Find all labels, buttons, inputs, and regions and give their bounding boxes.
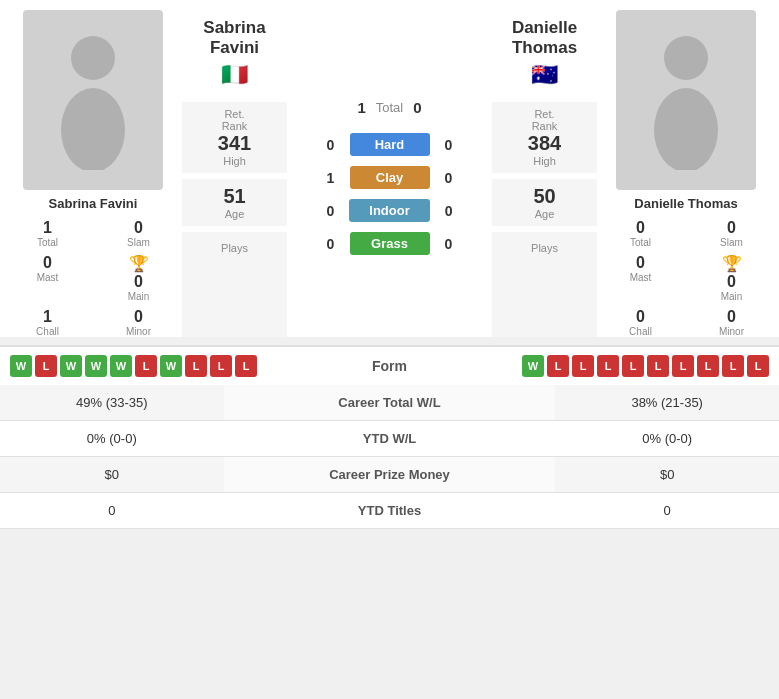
right-age-value: 50: [498, 185, 591, 208]
grass-row: 0 Grass 0: [291, 227, 488, 260]
left-form-2: L: [35, 355, 57, 377]
left-chall-stat: 1 Chall: [8, 308, 87, 337]
left-career-total: 49% (33-35): [0, 385, 224, 421]
left-player-stats: 1 Total 0 Slam 0 Mast 🏆 0 Main 1: [8, 219, 178, 337]
indoor-right: 0: [440, 203, 458, 219]
left-ytd-titles: 0: [0, 493, 224, 529]
indoor-row: 0 Indoor 0: [291, 194, 488, 227]
ytd-wl-row: 0% (0-0) YTD W/L 0% (0-0): [0, 421, 779, 457]
right-high-label: High: [498, 155, 591, 167]
right-slam-stat: 0 Slam: [692, 219, 771, 248]
right-player-name-flag: Danielle Thomas 🇦🇺: [492, 10, 597, 96]
svg-point-0: [71, 36, 115, 80]
right-form-9: L: [722, 355, 744, 377]
right-form-3: L: [572, 355, 594, 377]
left-rank-value: 341: [188, 132, 281, 155]
right-main-stat: 🏆 0 Main: [692, 254, 771, 302]
total-left-score: 1: [357, 99, 365, 116]
right-mast-stat: 0 Mast: [601, 254, 680, 302]
grass-left: 0: [322, 236, 340, 252]
prize-money-row: $0 Career Prize Money $0: [0, 457, 779, 493]
left-form-9: L: [210, 355, 232, 377]
right-rank-box: Ret. Rank 384 High: [492, 102, 597, 173]
left-age-value: 51: [188, 185, 281, 208]
right-plays-label: Plays: [498, 242, 591, 254]
left-player-name: Sabrina Favini: [49, 196, 138, 211]
left-name-header: Sabrina Favini: [190, 18, 279, 58]
left-form-3: W: [60, 355, 82, 377]
form-label: Form: [372, 358, 407, 374]
hard-row: 0 Hard 0: [291, 128, 488, 161]
left-trophy-icon: 🏆: [129, 254, 149, 273]
left-total-stat: 1 Total: [8, 219, 87, 248]
right-player-card: Danielle Thomas 0 Total 0 Slam 0 Mast 🏆 …: [601, 10, 771, 337]
ytd-wl-label: YTD W/L: [224, 421, 556, 457]
right-age-label: Age: [498, 208, 591, 220]
career-total-label: Career Total W/L: [224, 385, 556, 421]
right-player-avatar: [616, 10, 756, 190]
player-comparison-top: Sabrina Favini 1 Total 0 Slam 0 Mast 🏆 0: [0, 0, 779, 337]
left-plays-box: Plays: [182, 232, 287, 337]
left-ret-label: Ret.: [188, 108, 281, 120]
svg-point-2: [664, 36, 708, 80]
clay-row: 1 Clay 0: [291, 161, 488, 194]
right-player-stats: 0 Total 0 Slam 0 Mast 🏆 0 Main 0: [601, 219, 771, 337]
right-career-total: 38% (21-35): [555, 385, 779, 421]
left-form-5: W: [110, 355, 132, 377]
main-container: Sabrina Favini 1 Total 0 Slam 0 Mast 🏆 0: [0, 0, 779, 529]
right-plays-box: Plays: [492, 232, 597, 337]
left-form-4: W: [85, 355, 107, 377]
right-flag: 🇦🇺: [500, 62, 589, 88]
left-age-box: 51 Age: [182, 179, 287, 226]
left-minor-stat: 0 Minor: [99, 308, 178, 337]
hard-badge: Hard: [350, 133, 430, 156]
right-ret-label: Ret.: [498, 108, 591, 120]
total-right-score: 0: [413, 99, 421, 116]
clay-right: 0: [440, 170, 458, 186]
indoor-left: 0: [321, 203, 339, 219]
total-row: 1 Total 0: [291, 87, 488, 128]
right-player-name: Danielle Thomas: [634, 196, 737, 211]
grass-badge: Grass: [350, 232, 430, 255]
right-form-10: L: [747, 355, 769, 377]
svg-point-3: [654, 88, 718, 170]
right-form-6: L: [647, 355, 669, 377]
left-rank-box: Ret. Rank 341 High: [182, 102, 287, 173]
right-ytd-titles: 0: [555, 493, 779, 529]
career-total-row: 49% (33-35) Career Total W/L 38% (21-35): [0, 385, 779, 421]
left-high-label: High: [188, 155, 281, 167]
right-chall-stat: 0 Chall: [601, 308, 680, 337]
left-player-avatar: [23, 10, 163, 190]
hard-right: 0: [440, 137, 458, 153]
ytd-titles-label: YTD Titles: [224, 493, 556, 529]
clay-badge: Clay: [350, 166, 430, 189]
ytd-titles-row: 0 YTD Titles 0: [0, 493, 779, 529]
left-age-label: Age: [188, 208, 281, 220]
left-rank-label: Rank: [188, 120, 281, 132]
indoor-badge: Indoor: [349, 199, 429, 222]
right-form-2: L: [547, 355, 569, 377]
right-total-stat: 0 Total: [601, 219, 680, 248]
left-player-name-flag: Sabrina Favini 🇮🇹: [182, 10, 287, 96]
right-form-1: W: [522, 355, 544, 377]
right-info-column: Danielle Thomas 🇦🇺 Ret. Rank 384 High 50…: [492, 10, 597, 337]
right-ytd-wl: 0% (0-0): [555, 421, 779, 457]
left-main-stat: 🏆 0 Main: [99, 254, 178, 302]
form-section: W L W W W L W L L L Form W L L L L L L L…: [0, 345, 779, 385]
right-form-badges: W L L L L L L L L L: [522, 355, 769, 377]
right-form-8: L: [697, 355, 719, 377]
hard-left: 0: [322, 137, 340, 153]
right-rank-label: Rank: [498, 120, 591, 132]
right-name-header: Danielle Thomas: [500, 18, 589, 58]
right-form-4: L: [597, 355, 619, 377]
left-mast-stat: 0 Mast: [8, 254, 87, 302]
left-form-10: L: [235, 355, 257, 377]
prize-money-label: Career Prize Money: [224, 457, 556, 493]
right-form-7: L: [672, 355, 694, 377]
stats-table: 49% (33-35) Career Total W/L 38% (21-35)…: [0, 385, 779, 529]
left-plays-label: Plays: [188, 242, 281, 254]
left-form-6: L: [135, 355, 157, 377]
right-trophy-icon: 🏆: [722, 254, 742, 273]
left-player-card: Sabrina Favini 1 Total 0 Slam 0 Mast 🏆 0: [8, 10, 178, 337]
left-form-8: L: [185, 355, 207, 377]
